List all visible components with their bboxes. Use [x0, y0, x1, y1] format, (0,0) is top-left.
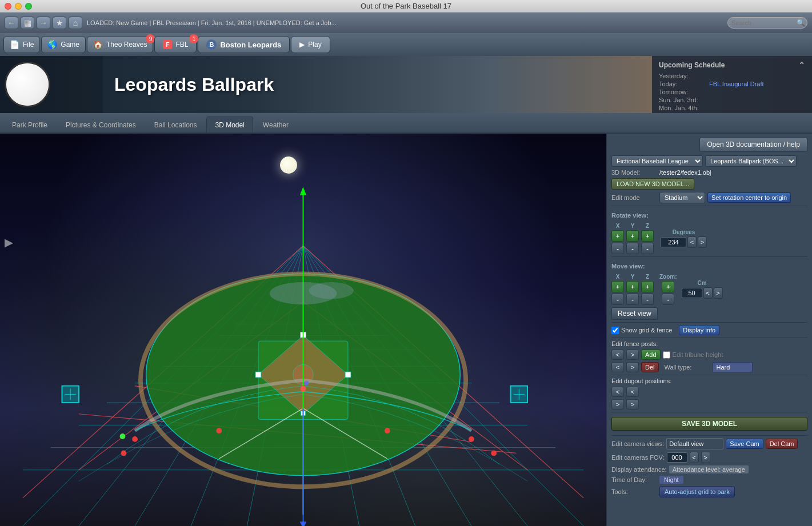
save-cam-button[interactable]: Save Cam	[726, 439, 763, 449]
fence-fwd-btn[interactable]: >	[626, 362, 639, 372]
rotate-y-minus-btn[interactable]: -	[626, 243, 639, 254]
edit-mode-select[interactable]: Stadium	[659, 192, 705, 203]
fence-del-button[interactable]: Del	[641, 362, 659, 372]
open-doc-button[interactable]: Open 3D documentation / help	[699, 137, 807, 152]
rotate-x-minus-btn[interactable]: -	[611, 243, 624, 254]
schedule-day2: Mon. Jan. 4th:	[659, 104, 805, 112]
league-select[interactable]: Fictional Baseball League	[611, 155, 703, 167]
move-z-label: Z	[646, 274, 649, 280]
divider-3	[611, 322, 807, 323]
zoom-more-btn[interactable]: >	[714, 287, 723, 299]
degrees-less-btn[interactable]: <	[687, 236, 697, 248]
rotate-z-plus-btn[interactable]: +	[641, 230, 654, 242]
fbl-icon: F	[163, 40, 172, 49]
rotate-z-minus-btn[interactable]: -	[641, 243, 654, 254]
move-x-label: X	[616, 274, 620, 280]
move-view-label-row: Move view:	[611, 259, 807, 271]
team-menu-button[interactable]: B Boston Leopards	[198, 36, 290, 53]
load-btn-row: LOAD NEW 3D MODEL...	[611, 178, 807, 190]
maximize-button[interactable]	[25, 3, 32, 10]
dugout-btn-1[interactable]: <	[611, 387, 624, 397]
team-name-display: Leopards Ballpark	[114, 74, 274, 95]
degrees-more-btn[interactable]: >	[698, 236, 707, 248]
move-x-plus-btn[interactable]: +	[611, 281, 624, 292]
dugout-btn-4[interactable]: >	[626, 399, 639, 409]
load-model-button[interactable]: LOAD NEW 3D MODEL...	[611, 178, 694, 190]
zoom-less-btn[interactable]: <	[703, 287, 713, 299]
move-view-title: Move view:	[611, 263, 645, 270]
cam-views-row: Edit camera views: Save Cam Del Cam	[611, 438, 807, 449]
tab-park-profile[interactable]: Park Profile	[3, 117, 56, 132]
tab-3d-model[interactable]: 3D Model	[206, 117, 253, 132]
bookmark-button[interactable]: ★	[53, 17, 66, 29]
theo-menu-button[interactable]: 🏠 Theo Reaves 9	[87, 36, 153, 53]
cam-fov-input[interactable]	[667, 452, 687, 463]
display-info-button[interactable]: Display info	[679, 325, 719, 335]
dugout-btn-3[interactable]: >	[611, 399, 624, 409]
cam-fov-more-btn[interactable]: >	[701, 452, 710, 463]
move-y-minus-btn[interactable]: -	[626, 294, 639, 305]
svg-point-56	[301, 386, 306, 392]
home-button[interactable]: ⌂	[69, 17, 82, 29]
close-button[interactable]	[5, 3, 11, 10]
move-z-plus-btn[interactable]: +	[641, 281, 654, 292]
traffic-lights[interactable]	[5, 3, 32, 10]
set-rotation-button[interactable]: Set rotation center to origin	[707, 192, 791, 203]
grid-fence-checkbox[interactable]	[611, 327, 619, 334]
rotate-x-plus-btn[interactable]: +	[611, 230, 624, 242]
tab-ball-locations-label: Ball Locations	[154, 121, 197, 129]
yesterday-label: Yesterday:	[659, 73, 705, 79]
del-cam-button[interactable]: Del Cam	[766, 439, 798, 449]
tab-pictures-coords[interactable]: Pictures & Coordinates	[57, 117, 145, 132]
fence-btns-row: < > Add Edit tribune height	[611, 350, 807, 360]
zoom-minus-btn[interactable]: -	[662, 294, 674, 305]
fence-next-small-btn[interactable]: >	[626, 350, 639, 360]
right-panel: Open 3D documentation / help Fictional B…	[606, 134, 812, 526]
tab-weather[interactable]: Weather	[254, 117, 297, 132]
fence-prev-btn[interactable]: <	[611, 350, 624, 360]
tab-ball-locations[interactable]: Ball Locations	[146, 117, 206, 132]
degrees-input[interactable]	[661, 237, 686, 247]
play-button[interactable]: ▶ Play	[291, 36, 330, 53]
fence-add-button[interactable]: Add	[641, 350, 661, 360]
back-button[interactable]: ←	[5, 17, 18, 29]
auto-adjust-button[interactable]: Auto-adjust grid to park	[659, 486, 735, 497]
title-bar: Out of the Park Baseball 17	[0, 0, 812, 13]
y-label: Y	[631, 223, 635, 229]
svg-point-62	[121, 451, 127, 456]
fence-back-btn[interactable]: <	[611, 362, 624, 372]
svg-marker-55	[300, 521, 307, 526]
viewport-3d[interactable]: ▶	[0, 134, 606, 526]
cam-fov-less-btn[interactable]: <	[690, 452, 699, 463]
svg-point-60	[132, 436, 138, 442]
cam-default-input[interactable]	[666, 438, 723, 449]
fence-del-row: < > Del Wall type: Hard	[611, 362, 807, 372]
minimize-button[interactable]	[15, 3, 22, 10]
park-select[interactable]: Leopards Ballpark (BOS...	[705, 155, 797, 167]
move-y-label: Y	[631, 274, 635, 280]
time-of-day-value: Night	[659, 476, 683, 484]
zoom-input[interactable]	[682, 288, 702, 298]
dugout-btn-2[interactable]: <	[626, 387, 639, 397]
zoom-plus-btn[interactable]: +	[662, 281, 674, 292]
tab-3d-model-label: 3D Model	[215, 121, 244, 129]
fbl-menu-button[interactable]: F FBL 1	[154, 36, 197, 53]
move-z-minus-btn[interactable]: -	[641, 294, 654, 305]
tribune-checkbox[interactable]	[663, 351, 670, 359]
game-menu-button[interactable]: 🌎 Game	[41, 36, 86, 53]
rotate-y-plus-btn[interactable]: +	[626, 230, 639, 242]
set-rotation-label: Set rotation center to origin	[711, 194, 787, 201]
status-text: LOADED: New Game | FBL Preseason | Fri. …	[87, 19, 725, 26]
copy-button[interactable]: ▦	[21, 17, 34, 29]
search-input[interactable]	[727, 17, 807, 29]
collapse-icon[interactable]: ⌃	[798, 61, 805, 70]
move-x-minus-btn[interactable]: -	[611, 294, 624, 305]
fence-del-label: Del	[645, 364, 655, 371]
save-model-button[interactable]: SAVE 3D MODEL	[611, 417, 807, 431]
forward-button[interactable]: →	[37, 17, 50, 29]
team-logo	[5, 62, 50, 107]
tribune-label: Edit tribune height	[673, 351, 723, 358]
move-y-plus-btn[interactable]: +	[626, 281, 639, 292]
file-menu-button[interactable]: 📄 File	[3, 36, 40, 53]
reset-view-button[interactable]: Reset view	[611, 307, 658, 320]
